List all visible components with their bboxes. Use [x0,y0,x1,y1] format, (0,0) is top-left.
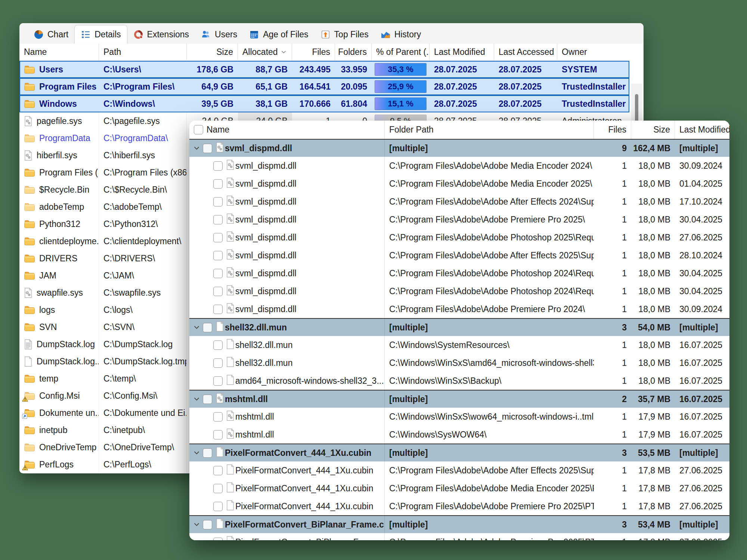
item-name: DRIVERS [39,253,77,264]
column-header-owner[interactable]: Owner [557,44,629,60]
item-name: $Recycle.Bin [39,185,89,195]
last-modified-cell: 27.06.2025 [675,461,729,479]
file-row[interactable]: svml_dispmd.dll C:\Program Files\Adobe\A… [189,193,729,211]
file-row[interactable]: svml_dispmd.dll C:\Program Files\Adobe\A… [189,175,729,193]
file-row[interactable]: svml_dispmd.dll C:\Program Files\Adobe\A… [189,264,729,282]
file-row[interactable]: svml_dispmd.dll C:\Program Files\Adobe\A… [189,211,729,228]
item-path: C:\$Recycle.Bin\ [103,185,167,195]
duplicates-column-header-row: Name Folder Path Files Size Last Modifie… [189,121,729,139]
checkbox[interactable] [213,358,223,368]
column-header-size[interactable]: Size [631,121,675,139]
checkbox[interactable] [203,144,212,153]
table-row[interactable]: Users C:\Users\ 178,6 GB 88,7 GB 243.495… [19,61,629,78]
checkbox[interactable] [213,502,223,511]
column-header-of-parent[interactable]: % of Parent (... [372,44,430,60]
column-header-name[interactable]: Name [189,121,385,139]
file-row[interactable]: amd64_microsoft-windows-shell32_3... C:\… [189,372,729,390]
files-cell: 243.495 [292,61,335,78]
file-row[interactable]: svml_dispmd.dll C:\Program Files\Adobe\A… [189,282,729,300]
folders-cell: 20.095 [335,78,372,95]
chevron-down-icon[interactable] [194,397,199,401]
group-name: svml_dispmd.dll [225,143,292,153]
group-row[interactable]: mshtml.dll [multiple] 2 35,7 MB 16.07.20… [189,390,729,408]
checkbox[interactable] [203,448,212,458]
path-cell: C:\PerfLogs\ [99,456,187,473]
file-row[interactable]: svml_dispmd.dll C:\Program Files\Adobe\A… [189,300,729,318]
checkbox[interactable] [213,287,223,296]
file-row[interactable]: shell32.dll.mun C:\Windows\WinSxS\amd64_… [189,354,729,372]
checkbox[interactable] [213,305,223,314]
checkbox[interactable] [213,538,223,541]
column-header-size[interactable]: Size [187,44,238,60]
checkbox[interactable] [213,197,223,206]
size-cell: 18,0 MB [631,175,675,193]
checkbox[interactable] [194,125,203,134]
files-cell: 1 [594,408,631,426]
file-row[interactable]: svml_dispmd.dll C:\Program Files\Adobe\A… [189,228,729,246]
column-header-last-modified[interactable]: Last Modified [675,121,729,139]
file-row[interactable]: PixelFormatConvert_444_1Xu.cubin C:\Prog… [189,479,729,497]
size-cell: 17,8 MB [631,461,675,479]
checkbox[interactable] [203,520,212,529]
tab-users[interactable]: Users [195,25,243,44]
group-row[interactable]: shell32.dll.mun [multiple] 3 54,0 MB [mu… [189,318,729,336]
checkbox[interactable] [213,412,223,421]
file-row[interactable]: svml_dispmd.dll C:\Program Files\Adobe\A… [189,246,729,264]
name-cell: PerfLogs [19,456,99,473]
chevron-down-icon[interactable] [194,146,199,150]
checkbox[interactable] [213,233,223,242]
column-header-last-accessed[interactable]: Last Accessed [494,44,557,60]
group-row[interactable]: PixelFormatConvert_BiPlanar_Frame.c... [… [189,515,729,533]
size-cell: 17,8 MB [631,497,675,515]
checkbox[interactable] [203,395,212,404]
name-cell: Users [19,61,99,78]
table-row[interactable]: Program Files C:\Program Files\ 64,9 GB … [19,78,629,95]
tab-chart[interactable]: Chart [28,25,74,44]
file-row[interactable]: shell32.dll.mun C:\Windows\SystemResourc… [189,336,729,354]
checkbox[interactable] [213,269,223,278]
column-header-folders[interactable]: Folders [335,44,372,60]
chevron-down-icon[interactable] [194,326,199,329]
column-header-files[interactable]: Files [594,121,631,139]
percent-of-parent-bar: 15,1 % [375,97,427,110]
tab-top-files[interactable]: Top Files [314,25,375,44]
checkbox[interactable] [203,323,212,332]
tab-age-of-files[interactable]: Age of Files [243,25,314,44]
checkbox[interactable] [213,161,223,171]
details-column-header-row: Name Path Size Allocated Files Folders %… [19,44,629,61]
item-name: OneDriveTemp [39,442,96,452]
checkbox[interactable] [213,430,223,439]
checkbox[interactable] [213,376,223,386]
file-name: svml_dispmd.dll [235,179,297,189]
column-header-path[interactable]: Path [99,44,187,60]
column-header-folder-path[interactable]: Folder Path [385,121,594,139]
chevron-down-icon[interactable] [194,451,199,455]
item-path: C:\temp\ [103,374,136,384]
file-row[interactable]: PixelFormatConvert_444_1Xu.cubin C:\Prog… [189,461,729,479]
tab-details[interactable]: Details [74,25,127,44]
checkbox[interactable] [213,251,223,260]
file-row[interactable]: mshtml.dll C:\Windows\WinSxS\wow64_micro… [189,408,729,426]
chevron-down-icon[interactable] [194,523,199,526]
column-header-last-modified[interactable]: Last Modified [430,44,494,60]
file-row[interactable]: PixelFormatConvert_444_1Xu.cubin C:\Prog… [189,497,729,515]
path-cell: C:\Users\ [99,61,187,78]
file-row[interactable]: mshtml.dll C:\Windows\SysWOW64\ 1 17,9 M… [189,426,729,444]
tab-history[interactable]: History [375,25,427,44]
tab-extensions[interactable]: Extensions [127,25,195,44]
table-row[interactable]: Windows C:\Windows\ 39,5 GB 38,1 GB 170.… [19,95,629,112]
checkbox[interactable] [213,179,223,189]
file-row[interactable]: svml_dispmd.dll C:\Program Files\Adobe\A… [189,157,729,175]
log-file-icon [24,339,32,350]
checkbox[interactable] [213,466,223,475]
column-header-name[interactable]: Name [19,44,99,60]
folder-hidden-warning-icon [24,391,35,401]
column-header-files[interactable]: Files [292,44,335,60]
column-header-allocated[interactable]: Allocated [238,44,292,60]
checkbox[interactable] [213,215,223,224]
checkbox[interactable] [213,340,223,350]
file-row[interactable]: PixelFormatConvert_BiPlanar_Frame.c... C… [189,533,729,540]
group-row[interactable]: svml_dispmd.dll [multiple] 9 162,4 MB [m… [189,139,729,157]
group-row[interactable]: PixelFormatConvert_444_1Xu.cubin [multip… [189,444,729,461]
checkbox[interactable] [213,484,223,493]
